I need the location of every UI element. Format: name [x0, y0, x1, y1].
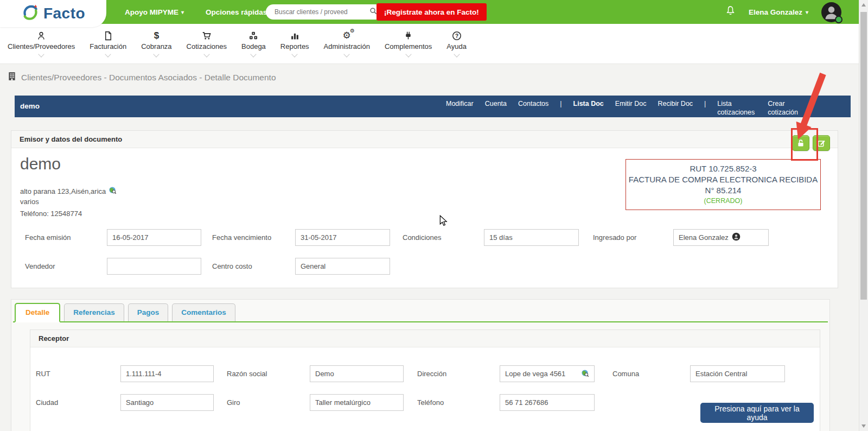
company-phone: Teléfono: 12548774	[20, 210, 82, 218]
company-name: demo	[20, 155, 61, 173]
nav-cotizaciones[interactable]: Cotizaciones	[187, 30, 227, 56]
chevron-down-icon	[454, 51, 459, 57]
chevron-down-icon	[292, 51, 298, 57]
action-crear-cotizacion[interactable]: Crear cotización	[768, 99, 807, 117]
razon-social-input[interactable]	[310, 365, 404, 382]
svg-text:?: ?	[455, 33, 458, 39]
field-label-fecha-emision: Fecha emisión	[25, 233, 107, 242]
mouse-cursor	[439, 215, 448, 226]
chevron-down-icon	[405, 51, 411, 57]
menu-apoyo-mipyme[interactable]: Apoyo MIPYME ▾	[125, 8, 184, 16]
ciudad-input[interactable]	[120, 394, 214, 411]
nav-facturacion[interactable]: Facturación	[90, 30, 126, 56]
cart-icon	[202, 30, 212, 41]
nav-ayuda[interactable]: ? Ayuda	[446, 30, 467, 56]
unlock-button[interactable]	[792, 135, 809, 151]
field-label-comuna: Comuna	[612, 370, 690, 378]
nav-label: Administración	[324, 42, 370, 50]
chevron-down-icon	[105, 51, 111, 57]
building-icon	[8, 72, 16, 83]
nav-label: Complementos	[385, 42, 432, 50]
action-cuenta[interactable]: Cuenta	[485, 99, 507, 108]
nav-administracion[interactable]: ⚙⚙ Administración	[324, 30, 370, 56]
tab-comentarios[interactable]: Comentarios	[172, 303, 235, 321]
giro-input[interactable]	[310, 394, 404, 411]
tab-pagos[interactable]: Pagos	[128, 303, 169, 321]
entity-actions: Modificar Cuenta Contactos | Lista Doc E…	[446, 99, 807, 117]
scrollbar-thumb[interactable]	[860, 12, 867, 300]
direccion-value: Lope de vega 4561	[505, 370, 565, 378]
separator: |	[704, 99, 706, 108]
boxes-icon	[248, 30, 258, 41]
logo[interactable]: Facto	[0, 0, 106, 27]
question-icon: ?	[452, 30, 462, 41]
nav-clientes-proveedores[interactable]: Clientes/Proveedores	[8, 30, 75, 56]
doc-status-badge: (CERRADO)	[628, 196, 818, 206]
module-nav: Clientes/Proveedores Facturación $ Cobra…	[0, 24, 859, 64]
nav-label: Reportes	[280, 42, 309, 50]
chevron-down-icon	[154, 51, 159, 57]
receptor-panel-title: Receptor	[39, 334, 69, 343]
rut-input[interactable]	[120, 365, 214, 382]
scroll-up-icon[interactable]	[861, 3, 866, 7]
register-button[interactable]: ¡Registrate ahora en Facto!	[376, 3, 487, 21]
bell-icon[interactable]	[725, 5, 736, 18]
field-label-fecha-vencimiento: Fecha vencimiento	[212, 233, 295, 242]
nav-cobranza[interactable]: $ Cobranza	[141, 30, 171, 56]
nav-complementos[interactable]: Complementos	[385, 30, 432, 56]
action-modificar[interactable]: Modificar	[446, 99, 474, 108]
vendedor-input[interactable]	[107, 258, 201, 275]
centro-costo-input[interactable]	[295, 258, 390, 275]
help-button[interactable]: Presiona aquí para ver la ayuda	[700, 403, 814, 423]
nav-label: Cotizaciones	[187, 42, 227, 50]
map-search-icon[interactable]	[581, 369, 589, 379]
edit-button[interactable]	[813, 135, 830, 151]
search-input[interactable]	[273, 8, 369, 16]
action-recibir-doc[interactable]: Recibir Doc	[658, 99, 693, 108]
chevron-down-icon	[251, 51, 257, 57]
user-badge-icon	[732, 232, 741, 243]
field-label-ingresado-por: Ingresado por	[593, 233, 673, 242]
field-label-telefono: Teléfono	[417, 398, 500, 407]
map-search-icon[interactable]	[108, 186, 117, 196]
field-label-ciudad: Ciudad	[36, 398, 120, 407]
nav-bodega[interactable]: Bodega	[241, 30, 266, 56]
document-type-box: RUT 10.725.852-3 FACTURA DE COMPRA ELECT…	[626, 159, 821, 210]
doc-number: N° 85.214	[628, 185, 818, 196]
user-name: Elena Gonzalez	[749, 8, 802, 16]
field-label-rut: RUT	[36, 370, 120, 378]
top-bar: Apoyo MIPYME ▾ Opciones rápidas ▾ ¡Regis…	[0, 0, 859, 24]
fecha-emision-input[interactable]	[107, 229, 201, 246]
doc-rut: RUT 10.725.852-3	[628, 163, 818, 174]
comuna-input[interactable]	[690, 365, 785, 382]
chevron-down-icon	[203, 51, 209, 57]
user-menu[interactable]: Elena Gonzalez ▾	[749, 8, 808, 16]
nav-label: Facturación	[90, 42, 126, 50]
direccion-field[interactable]: Lope de vega 4561	[500, 365, 595, 382]
fecha-vencimiento-input[interactable]	[295, 229, 390, 246]
tab-bar: Detalle Referencias Pagos Comentarios	[13, 302, 828, 322]
ingresado-por-field[interactable]: Elena Gonzalez	[673, 229, 769, 246]
action-lista-doc[interactable]: Lista Doc	[573, 99, 604, 108]
nav-reportes[interactable]: Reportes	[280, 30, 309, 56]
action-emitir-doc[interactable]: Emitir Doc	[615, 99, 647, 108]
scroll-down-icon[interactable]	[861, 424, 866, 428]
company-line2: varios	[20, 198, 39, 206]
company-address: alto parana 123,Aisén,arica	[20, 187, 106, 195]
document-icon	[104, 30, 113, 41]
doc-type: FACTURA DE COMPRA ELECTRONICA RECIBIDA	[628, 174, 818, 185]
user-avatar[interactable]	[821, 2, 841, 22]
action-lista-cotizaciones[interactable]: Lista cotizaciones	[717, 99, 756, 117]
tab-detalle[interactable]: Detalle	[15, 303, 60, 322]
entity-bar: demo Modificar Cuenta Contactos | Lista …	[15, 96, 851, 117]
condiciones-input[interactable]	[484, 229, 579, 246]
tab-referencias[interactable]: Referencias	[64, 303, 124, 321]
emisor-panel: Emisor y datos del documento demo alto p…	[11, 130, 838, 288]
telefono-input[interactable]	[500, 394, 595, 411]
action-contactos[interactable]: Contactos	[518, 99, 548, 108]
menu-opciones-rapidas[interactable]: Opciones rápidas ▾	[206, 8, 272, 16]
page-scrollbar[interactable]	[859, 0, 868, 431]
field-label-centro-costo: Centro costo	[212, 262, 295, 270]
emisor-panel-title: Emisor y datos del documento	[20, 135, 122, 143]
plug-icon	[404, 30, 413, 41]
